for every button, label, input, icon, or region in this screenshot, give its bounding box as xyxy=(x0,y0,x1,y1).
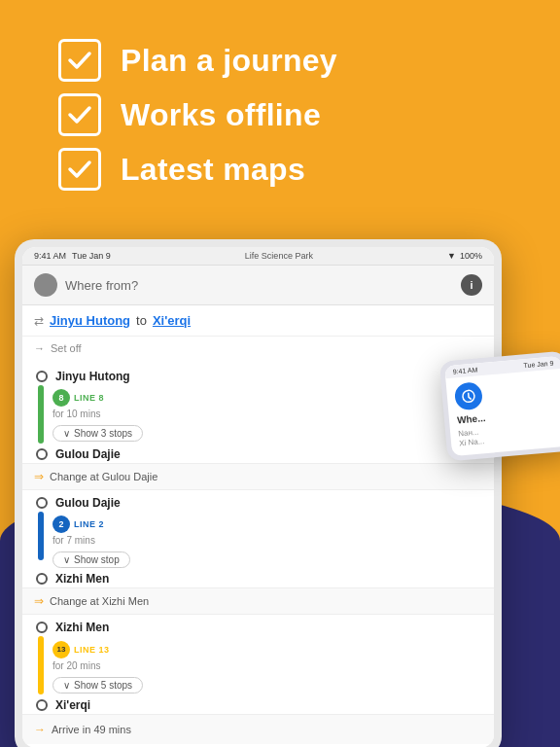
line-number-2: 2 xyxy=(52,516,70,533)
line-bar-2 xyxy=(38,512,44,560)
phone-app-icon xyxy=(454,381,483,410)
station-row-xizhi1: Xizhi Men xyxy=(34,572,482,586)
arrow-right-icon: → xyxy=(34,342,45,354)
route-segment-1: Jinyu Hutong 8 LINE 8 for 10 mins xyxy=(22,364,494,461)
line-number-8: 8 xyxy=(52,389,70,407)
change-arrows-icon-1: ⇒ xyxy=(34,470,44,483)
station-name-gulou2: Gulou Dajie xyxy=(55,496,121,510)
arrive-arrows-icon: → xyxy=(34,723,46,736)
change-text-1: Change at Gulou Dajie xyxy=(50,471,158,482)
search-bar[interactable]: Where from? i xyxy=(22,266,494,305)
feature-label-plan: Plan a journey xyxy=(121,43,337,79)
station-row-xizhi2: Xizhi Men xyxy=(34,621,482,634)
change-arrows-icon-2: ⇒ xyxy=(34,594,44,608)
station-dot-3 xyxy=(36,622,48,633)
tablet-screen: 9:41 AM Tue Jan 9 Life Science Park ▼ 10… xyxy=(22,247,494,747)
line-info-2: 2 LINE 2 for 7 mins ∨ Show stop xyxy=(52,512,482,568)
station-row-gulou1: Gulou Dajie xyxy=(34,447,482,461)
line-badge-8: 8 LINE 8 xyxy=(52,389,104,407)
arrive-row: → Arrive in 49 mins xyxy=(22,714,494,744)
swap-icon[interactable]: ⇄ xyxy=(34,314,44,328)
show-stops-btn-2[interactable]: ∨ Show stop xyxy=(52,551,130,568)
status-right: ▼ 100% xyxy=(447,251,482,261)
phone-small-text: Nан...Xi Na... xyxy=(458,420,560,449)
chevron-down-icon-1: ∨ xyxy=(63,428,70,439)
status-location: Life Science Park xyxy=(245,251,313,261)
journey-to[interactable]: Xi'erqi xyxy=(153,313,191,328)
feature-label-maps: Latest maps xyxy=(121,152,305,188)
phone-content: Whe... Nан...Xi Na... xyxy=(445,369,560,456)
duration-3: for 20 mins xyxy=(52,660,482,671)
phone-screen: 9:41 AM Tue Jan 9 Whe... Nан...Xi Na... xyxy=(444,356,560,456)
station-name-xierqi: Xi'erqi xyxy=(55,698,90,712)
features-section: Plan a journey Works offline Latest maps xyxy=(0,0,560,220)
checkmark-icon-2 xyxy=(58,93,101,136)
line-name-2: LINE 2 xyxy=(74,519,104,529)
chevron-down-icon-2: ∨ xyxy=(63,554,70,565)
journey-header: ⇄ Jinyu Hutong to Xi'erqi xyxy=(22,305,494,337)
route-segment-3: Xizhi Men 13 LINE 13 for 20 mins xyxy=(22,615,494,712)
change-row-2: ⇒ Change at Xizhi Men xyxy=(22,587,494,615)
line-bar-1 xyxy=(38,385,44,444)
tablet-status-bar: 9:41 AM Tue Jan 9 Life Science Park ▼ 10… xyxy=(22,247,494,266)
line-bar-wrapper-2 xyxy=(37,512,45,560)
duration-2: for 7 mins xyxy=(52,535,482,546)
station-name-gulou1: Gulou Dajie xyxy=(55,447,121,461)
line-container-3: 13 LINE 13 for 20 mins ∨ Show 5 stops xyxy=(37,636,482,694)
station-name-jinyu: Jinyu Hutong xyxy=(55,370,130,383)
line-name-13: LINE 13 xyxy=(74,645,110,655)
change-text-2: Change at Xizhi Men xyxy=(50,595,149,607)
journey-to-label: to xyxy=(136,313,147,328)
feature-plan-journey: Plan a journey xyxy=(58,39,502,82)
phone-day: Tue Jan 9 xyxy=(523,360,553,370)
status-day: Tue Jan 9 xyxy=(72,251,111,261)
station-dot-gulou1 xyxy=(36,448,48,460)
status-left: 9:41 AM Tue Jan 9 xyxy=(34,251,111,261)
feature-label-offline: Works offline xyxy=(121,97,321,133)
station-name-xizhi2: Xizhi Men xyxy=(55,621,109,634)
station-dot-1 xyxy=(36,371,48,382)
phone-device: 9:41 AM Tue Jan 9 Whe... Nан...Xi Na... xyxy=(439,351,560,462)
line-number-13: 13 xyxy=(52,641,70,658)
show-stops-btn-1[interactable]: ∨ Show 3 stops xyxy=(52,425,143,442)
phone-time: 9:41 AM xyxy=(452,366,477,374)
line-info-3: 13 LINE 13 for 20 mins ∨ Show 5 stops xyxy=(52,636,482,694)
device-section: 9:41 AM Tue Jan 9 Life Science Park ▼ 10… xyxy=(0,220,560,747)
duration-1: for 10 mins xyxy=(52,409,482,419)
line-container-2: 2 LINE 2 for 7 mins ∨ Show stop xyxy=(37,512,482,568)
show-stops-label-2: Show stop xyxy=(74,554,120,565)
chevron-down-icon-3: ∨ xyxy=(63,680,70,691)
journey-from[interactable]: Jinyu Hutong xyxy=(50,313,130,328)
checkmark-icon-1 xyxy=(58,39,101,82)
checkmark-icon-3 xyxy=(58,148,101,191)
arrive-text: Arrive in 49 mins xyxy=(52,724,131,735)
set-off-row[interactable]: → Set off xyxy=(22,337,494,360)
search-placeholder: Where from? xyxy=(65,278,453,293)
line-info-1: 8 LINE 8 for 10 mins ∨ Show 3 stops xyxy=(52,385,482,442)
show-stops-btn-3[interactable]: ∨ Show 5 stops xyxy=(52,677,143,694)
feature-works-offline: Works offline xyxy=(58,93,502,136)
station-name-xizhi1: Xizhi Men xyxy=(55,572,109,586)
station-row-jinyu: Jinyu Hutong xyxy=(34,370,482,383)
status-wifi: ▼ xyxy=(447,251,456,261)
station-row-xierqi: Xi'erqi xyxy=(34,698,482,712)
line-badge-2: 2 LINE 2 xyxy=(52,516,104,533)
change-row-1: ⇒ Change at Gulou Dajie xyxy=(22,463,494,490)
status-time: 9:41 AM xyxy=(34,251,66,261)
route-content: Jinyu Hutong 8 LINE 8 for 10 mins xyxy=(22,360,494,747)
avatar xyxy=(34,273,57,297)
tablet-device: 9:41 AM Tue Jan 9 Life Science Park ▼ 10… xyxy=(15,239,502,747)
station-row-gulou2: Gulou Dajie xyxy=(34,496,482,510)
show-stops-label-3: Show 5 stops xyxy=(74,680,132,691)
line-bar-3 xyxy=(38,636,44,694)
info-button[interactable]: i xyxy=(461,274,482,296)
route-segment-2: Gulou Dajie 2 LINE 2 for 7 mins xyxy=(22,490,494,586)
line-badge-13: 13 LINE 13 xyxy=(52,641,110,658)
station-dot-xierqi xyxy=(36,699,48,711)
station-dot-2 xyxy=(36,497,48,509)
set-off-text: Set off xyxy=(51,342,82,354)
station-dot-xizhi1 xyxy=(36,573,48,585)
feature-latest-maps: Latest maps xyxy=(58,148,502,191)
line-name-8: LINE 8 xyxy=(74,393,104,403)
status-battery: 100% xyxy=(460,251,482,261)
